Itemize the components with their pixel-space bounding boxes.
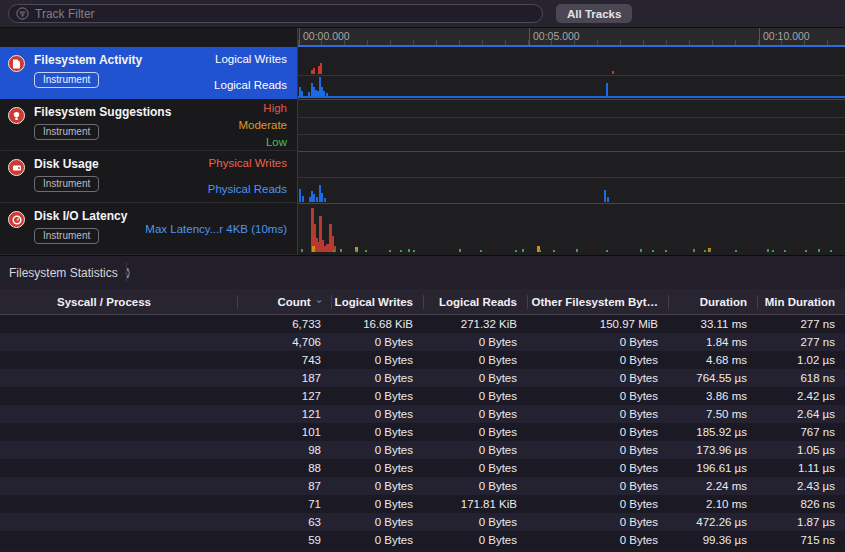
table-row[interactable]: ›sys_fcntl590 Bytes0 Bytes0 Bytes99.36 µ… [0,531,845,549]
value-cell: 0 Bytes [331,354,423,366]
value-cell: 2.43 µs [757,480,845,492]
table-row[interactable]: ›open1210 Bytes0 Bytes0 Bytes7.50 ms2.64… [0,405,845,423]
column-header-syscall-process[interactable]: Syscall / Process [0,289,237,314]
track-chart-area[interactable] [298,47,845,255]
minor-tick [413,40,414,45]
table-row[interactable]: ›sys_fstat641870 Bytes0 Bytes0 Bytes764.… [0,369,845,387]
value-cell: 33.11 ms [668,318,757,330]
latency-low-marks [413,250,415,252]
value-cell: 0 Bytes [527,408,668,420]
gridline [298,177,845,178]
minor-tick [459,40,460,45]
table-row[interactable]: ›stat647430 Bytes0 Bytes0 Bytes4.68 ms1.… [0,351,845,369]
column-header-logical-reads[interactable]: Logical Reads [423,289,527,314]
value-cell: 764.55 µs [668,372,757,384]
latency-low-marks [772,250,774,252]
sort-chevron-down-icon: › [314,300,325,303]
series-label: Logical Reads [214,79,287,91]
table-row[interactable]: ›open_nocancel1270 Bytes0 Bytes0 Bytes3.… [0,387,845,405]
table-row[interactable]: ›lstat64630 Bytes0 Bytes0 Bytes472.26 µs… [0,513,845,531]
latency-low-marks [576,249,578,252]
value-cell: 0 Bytes [423,516,527,528]
minor-tick [620,40,621,45]
logical-writes-spikes [612,71,614,74]
value-cell: 0 Bytes [527,372,668,384]
latency-low-marks [665,250,667,252]
gridline [298,117,845,118]
value-cell: 743 [237,354,331,366]
table-row[interactable]: ›sys_close_nocancel880 Bytes0 Bytes0 Byt… [0,459,845,477]
track-header-disk-i-o-latency[interactable]: Disk I/O LatencyInstrumentMax Latency...… [0,203,298,255]
track-separator [298,203,845,204]
latency-low-marks [522,249,524,252]
column-separator [527,295,528,309]
value-cell: 0 Bytes [423,354,527,366]
value-cell: 59 [237,534,331,546]
value-cell: 0 Bytes [527,462,668,474]
minor-tick [827,40,828,45]
value-cell: 0 Bytes [423,336,527,348]
value-cell: 0 Bytes [331,480,423,492]
value-cell: 0 Bytes [331,372,423,384]
track-header-filesystem-activity[interactable]: Filesystem ActivityInstrumentLogical Wri… [0,47,298,99]
column-separator [757,295,758,309]
value-cell: 196.61 µs [668,462,757,474]
value-cell: 277 ns [757,336,845,348]
track-header-filesystem-suggestions[interactable]: Filesystem SuggestionsInstrumentHighMode… [0,99,298,151]
track-header-disk-usage[interactable]: Disk UsageInstrumentPhysical WritesPhysi… [0,151,298,203]
column-header-logical-writes[interactable]: Logical Writes [331,289,423,314]
toolbar: Track Filter All Tracks [0,0,845,28]
latency-low-marks [389,250,391,252]
timeline-ruler[interactable]: 00:00.00000:05.00000:10.000 [298,28,845,47]
value-cell: 150.97 MiB [527,318,668,330]
value-cell: 7.50 ms [668,408,757,420]
instrument-badge: Instrument [34,124,99,140]
table-row[interactable]: ›sys_close1010 Bytes0 Bytes0 Bytes185.92… [0,423,845,441]
physical-reads-spikes [604,190,606,202]
column-header-count[interactable]: Count› [237,289,331,314]
logical-reads-spikes [606,83,608,96]
latency-low-marks [480,250,482,252]
value-cell: 2.64 µs [757,408,845,420]
column-header-duration[interactable]: Duration [668,289,757,314]
latency-low-marks [767,249,769,252]
major-tick [299,28,300,45]
table-row[interactable]: ›fstatfs64980 Bytes0 Bytes0 Bytes173.96 … [0,441,845,459]
instrument-badge: Instrument [34,228,99,244]
table-row[interactable]: ›* All *6,73316.68 KiB271.32 KiB150.97 M… [0,315,845,333]
value-cell: 0 Bytes [527,516,668,528]
latency-low-marks [459,249,461,252]
latency-low-marks [606,250,608,252]
series-label: Moderate [238,119,287,131]
statistics-selector[interactable]: Filesystem Statistics [9,266,118,280]
logical-writes-spikes [313,68,315,74]
all-tracks-button[interactable]: All Tracks [556,4,632,23]
table-row[interactable]: ›getattrlist870 Bytes0 Bytes0 Bytes2.24 … [0,477,845,495]
latency-low-marks [515,250,517,252]
major-tick [759,28,760,45]
value-cell: 0 Bytes [527,534,668,546]
value-cell: 767 ns [757,426,845,438]
value-cell: 0 Bytes [331,426,423,438]
column-header-min-duration[interactable]: Min Duration [757,289,845,314]
column-separator [331,295,332,309]
value-cell: 0 Bytes [331,408,423,420]
track-filter-input[interactable]: Track Filter [8,4,543,23]
instrument-badge: Instrument [34,176,99,192]
value-cell: 1.84 ms [668,336,757,348]
physical-reads-spikes [324,198,326,202]
value-cell: 3.86 ms [668,390,757,402]
value-cell: 0 Bytes [423,426,527,438]
value-cell: 121 [237,408,331,420]
minor-tick [689,40,690,45]
table-row[interactable]: ›lseek4,7060 Bytes0 Bytes0 Bytes1.84 ms2… [0,333,845,351]
latency-low-marks [784,250,786,252]
disk-usage-icon [8,159,25,176]
column-header-other-filesystem-byt-[interactable]: Other Filesystem Byt… [527,289,668,314]
value-cell: 0 Bytes [331,516,423,528]
table-row[interactable]: ›read710 Bytes171.81 KiB0 Bytes2.10 ms82… [0,495,845,513]
value-cell: 0 Bytes [423,534,527,546]
suggestions-icon [8,107,25,124]
track-filter-placeholder: Track Filter [35,7,95,21]
value-cell: 0 Bytes [423,480,527,492]
